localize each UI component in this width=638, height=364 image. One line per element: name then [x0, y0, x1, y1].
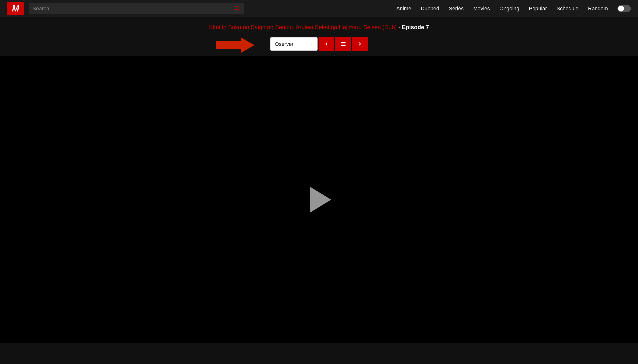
theme-toggle[interactable]: [617, 5, 631, 12]
server-select-wrapper: Oserver Vidstreaming Streamlare ⌄: [270, 37, 318, 51]
header: M Anime Dubbed Series Movies Ongoing Pop…: [0, 0, 638, 17]
logo-letter: M: [12, 4, 19, 14]
episode-number: Episode 7: [402, 24, 429, 30]
nav-movies[interactable]: Movies: [473, 6, 490, 12]
search-icon: [234, 6, 240, 12]
prev-episode-button[interactable]: [319, 37, 334, 51]
nav-popular[interactable]: Popular: [529, 6, 547, 12]
search-input[interactable]: [33, 6, 232, 12]
video-player[interactable]: [0, 56, 638, 343]
nav-dubbed[interactable]: Dubbed: [421, 6, 439, 12]
list-icon: [340, 41, 346, 47]
controls-bar: Oserver Vidstreaming Streamlare ⌄: [0, 35, 638, 56]
search-bar: [29, 3, 244, 14]
svg-marker-2: [216, 38, 255, 53]
logo[interactable]: M: [7, 2, 24, 15]
nav-ongoing[interactable]: Ongoing: [499, 6, 519, 12]
nav-series[interactable]: Series: [449, 6, 464, 12]
search-button[interactable]: [234, 6, 240, 12]
episode-separator: -: [398, 24, 402, 30]
next-episode-button[interactable]: [352, 37, 368, 51]
chevron-right-icon: [357, 41, 362, 46]
episode-title-link[interactable]: Kimi to Boku no Saigo no Senjou, Aruiwa …: [209, 24, 397, 30]
nav-anime[interactable]: Anime: [396, 6, 411, 12]
nav-schedule[interactable]: Schedule: [556, 6, 578, 12]
toggle-knob: [618, 6, 624, 12]
arrow-annotation: [216, 36, 255, 55]
arrow-icon: [216, 36, 255, 55]
nav-random[interactable]: Random: [588, 6, 608, 12]
nav-links: Anime Dubbed Series Movies Ongoing Popul…: [396, 5, 631, 12]
episode-list-button[interactable]: [335, 37, 351, 51]
chevron-left-icon: [324, 41, 329, 46]
server-select[interactable]: Oserver Vidstreaming Streamlare: [270, 37, 318, 51]
episode-title-bar: Kimi to Boku no Saigo no Senjou, Aruiwa …: [0, 17, 638, 35]
play-icon: [310, 186, 331, 213]
svg-line-1: [238, 9, 240, 11]
